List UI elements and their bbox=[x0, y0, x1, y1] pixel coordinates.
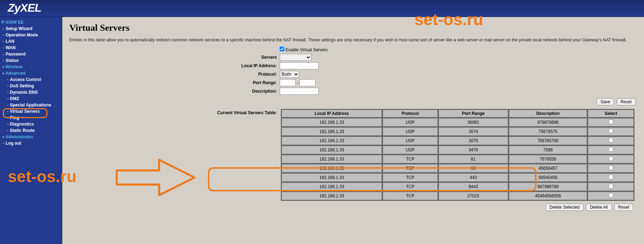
virtual-servers-table: Local IP Address Protocol Port Range Des… bbox=[281, 109, 634, 201]
brand-logo: ZyXEL bbox=[0, 0, 644, 14]
cell-ip: 192.168.1.33 bbox=[282, 118, 382, 127]
local-ip-label: Local IP Address: bbox=[69, 63, 280, 68]
sidebar-model[interactable]: P-330W EE bbox=[0, 19, 62, 25]
main-content: Virtual Servers Entries in this table al… bbox=[62, 17, 644, 244]
servers-select[interactable] bbox=[280, 54, 312, 61]
expand-icon: ▪ bbox=[1, 64, 5, 69]
cell-description: 7676556 bbox=[509, 155, 587, 163]
row-select-checkbox[interactable] bbox=[609, 129, 613, 133]
table-row: 192.168.1.33TCP44356545456 bbox=[282, 173, 634, 182]
sidebar-section-administrator[interactable]: ▪Administrator bbox=[0, 134, 62, 140]
cell-port: 36081 bbox=[439, 118, 508, 127]
page-title: Virtual Servers bbox=[69, 23, 637, 33]
table-row: 192.168.1.33UDP3075756765765 bbox=[282, 136, 634, 145]
cell-description: 756765765 bbox=[509, 136, 587, 145]
reset-table-button[interactable]: Reset bbox=[614, 204, 633, 211]
row-select-checkbox[interactable] bbox=[609, 184, 613, 188]
sidebar-item-lan[interactable]: LAN bbox=[0, 38, 62, 45]
cell-ip: 192.168.1.33 bbox=[282, 173, 382, 182]
description-label: Description: bbox=[69, 89, 280, 94]
sidebar-item-dynamic-dns[interactable]: Dynamic DNS bbox=[0, 89, 62, 95]
port-range-separator: - bbox=[297, 80, 298, 85]
row-select-checkbox[interactable] bbox=[609, 156, 613, 161]
row-select-checkbox[interactable] bbox=[609, 175, 613, 179]
cell-port: 27015 bbox=[439, 192, 508, 200]
row-select-checkbox[interactable] bbox=[609, 165, 613, 170]
sidebar-item-password[interactable]: Password bbox=[0, 51, 62, 57]
cell-select bbox=[588, 127, 634, 136]
row-select-checkbox[interactable] bbox=[609, 120, 613, 124]
description-input[interactable] bbox=[280, 88, 319, 95]
cell-description: 678678686 bbox=[509, 118, 587, 127]
sidebar-item-dos-setting[interactable]: DoS Setting bbox=[0, 83, 62, 89]
protocol-select[interactable]: Both bbox=[280, 71, 299, 78]
col-protocol: Protocol bbox=[383, 110, 438, 117]
cell-ip: 192.168.1.33 bbox=[282, 192, 382, 200]
app-header: ZyXEL bbox=[0, 0, 644, 17]
cell-protocol: UDP bbox=[383, 136, 438, 145]
cell-protocol: TCP bbox=[383, 192, 438, 200]
cell-select bbox=[588, 164, 634, 173]
cell-port: 80 bbox=[439, 164, 508, 173]
sidebar-item-static-route[interactable]: Static Route bbox=[0, 127, 62, 134]
cell-port: 81 bbox=[439, 155, 508, 163]
protocol-label: Protocol: bbox=[69, 72, 280, 77]
cell-select bbox=[588, 192, 634, 200]
cell-description: 45656457 bbox=[509, 164, 587, 173]
local-ip-input[interactable] bbox=[280, 62, 319, 69]
sidebar-item-wan[interactable]: WAN bbox=[0, 45, 62, 51]
sidebar-item-ping[interactable]: Ping bbox=[0, 115, 62, 121]
cell-select bbox=[588, 182, 634, 191]
col-port-range: Port Range bbox=[439, 110, 508, 117]
enable-virtual-servers-checkbox[interactable] bbox=[280, 47, 284, 51]
sidebar-item-dmz[interactable]: DMZ bbox=[0, 95, 62, 102]
cell-description: 987998789 bbox=[509, 182, 587, 191]
sidebar-item-virtual-servers[interactable]: Virtual Servers bbox=[0, 108, 62, 115]
form-area: Enable Virtual Servers Servers Local IP … bbox=[69, 47, 637, 95]
collapse-icon: ▪ bbox=[1, 71, 5, 76]
table-row: 192.168.1.33TCP2701545464566556 bbox=[282, 192, 634, 200]
cell-protocol: UDP bbox=[383, 118, 438, 127]
cell-port: 3478 bbox=[439, 146, 508, 154]
cell-protocol: UDP bbox=[383, 127, 438, 136]
cell-protocol: TCP bbox=[383, 155, 438, 163]
delete-selected-button[interactable]: Delete Selected bbox=[546, 204, 584, 211]
cell-port: 9443 bbox=[439, 182, 508, 191]
row-select-checkbox[interactable] bbox=[609, 138, 613, 143]
row-select-checkbox[interactable] bbox=[609, 193, 613, 198]
sidebar-item-status[interactable]: Status bbox=[0, 57, 62, 64]
cell-select bbox=[588, 118, 634, 127]
table-row: 192.168.1.33UDP36081678678686 bbox=[282, 118, 634, 127]
sidebar: P-330W EE Setup Wizard Operation Mode LA… bbox=[0, 17, 62, 244]
sidebar-wireless-label: Wireless bbox=[5, 64, 23, 69]
expand-icon: ▪ bbox=[1, 134, 5, 139]
current-table-label: Current Virtual Servers Table: bbox=[69, 109, 280, 115]
cell-ip: 192.168.1.33 bbox=[282, 136, 382, 145]
delete-all-button[interactable]: Delete All bbox=[586, 204, 612, 211]
row-select-checkbox[interactable] bbox=[609, 147, 613, 152]
port-to-input[interactable] bbox=[300, 79, 315, 86]
cell-description: 75676575 bbox=[509, 127, 587, 136]
servers-label: Servers bbox=[69, 55, 280, 60]
cell-protocol: TCP bbox=[383, 182, 438, 191]
sidebar-section-wireless[interactable]: ▪Wireless bbox=[0, 64, 62, 70]
reset-button[interactable]: Reset bbox=[617, 98, 636, 105]
cell-ip: 192.168.1.33 bbox=[282, 146, 382, 154]
sidebar-item-logout[interactable]: Log out bbox=[0, 140, 62, 146]
sidebar-item-operation-mode[interactable]: Operation Mode bbox=[0, 32, 62, 38]
col-select: Select bbox=[588, 110, 634, 117]
sidebar-item-setup-wizard[interactable]: Setup Wizard bbox=[0, 25, 62, 32]
sidebar-item-diagnostics[interactable]: Diagnostics bbox=[0, 121, 62, 127]
save-button[interactable]: Save bbox=[597, 98, 614, 105]
cell-description: 45464566556 bbox=[509, 192, 587, 200]
sidebar-item-access-control[interactable]: Access Control bbox=[0, 76, 62, 83]
cell-select bbox=[588, 146, 634, 154]
cell-description: 56545456 bbox=[509, 173, 587, 182]
enable-virtual-servers-label: Enable Virtual Servers bbox=[285, 47, 327, 52]
table-row: 192.168.1.33TCP817676556 bbox=[282, 155, 634, 163]
sidebar-item-special-applications[interactable]: Special Applications bbox=[0, 102, 62, 108]
sidebar-section-advanced[interactable]: ▪Advanced bbox=[0, 70, 62, 76]
cell-select bbox=[588, 136, 634, 145]
page-intro: Entries in this table allow you to autom… bbox=[69, 37, 637, 43]
port-from-input[interactable] bbox=[280, 79, 296, 86]
